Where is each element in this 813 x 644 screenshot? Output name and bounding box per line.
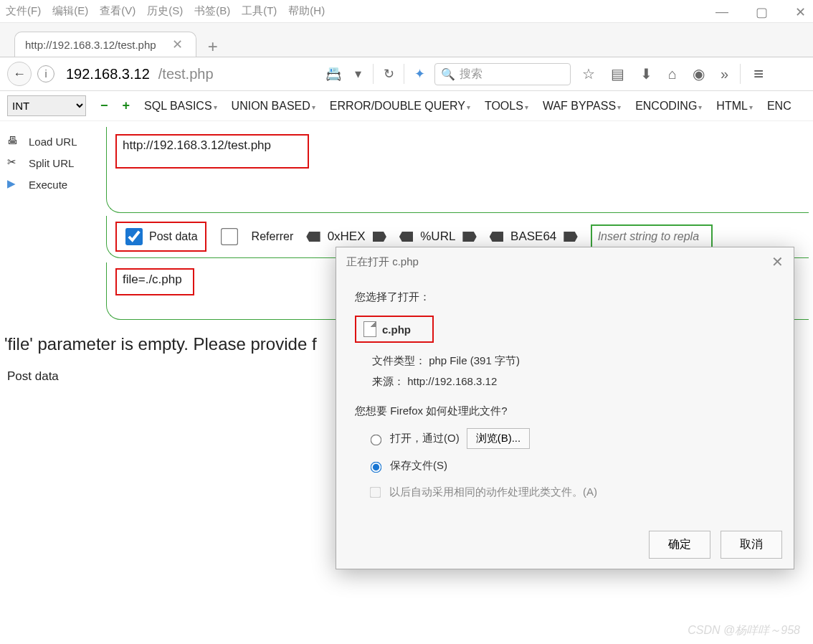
- dropdown-icon[interactable]: ▾: [348, 66, 367, 82]
- search-box[interactable]: 🔍 搜索: [434, 63, 571, 85]
- int-select[interactable]: INT: [7, 95, 86, 116]
- search-icon: 🔍: [441, 67, 455, 81]
- post-data-highlight: Post data: [115, 222, 206, 252]
- how-handle-label: 您想要 Firefox 如何处理此文件?: [355, 404, 775, 418]
- filename-text: c.php: [382, 323, 411, 336]
- url-field-highlight[interactable]: http://192.168.3.12/test.php: [115, 134, 309, 169]
- menu-help[interactable]: 帮助(H): [288, 4, 325, 18]
- hamburger-menu[interactable]: ≡: [746, 64, 771, 84]
- separator: [373, 64, 374, 84]
- download-dialog: 正在打开 c.php ✕ 您选择了打开： c.php 文件类型： php Fil…: [336, 247, 794, 569]
- tab-bar: http://192.168.3.12/test.php ✕ +: [0, 23, 813, 57]
- source-label: 来源： http://192.168.3.12: [372, 375, 775, 389]
- close-tab-icon[interactable]: ✕: [169, 37, 186, 52]
- execute-button[interactable]: ▶Execute: [7, 177, 77, 191]
- plus-button[interactable]: +: [123, 98, 130, 113]
- url-host: 192.168.3.12: [66, 66, 150, 82]
- nav-bar: ← i 192.168.3.12/test.php 📇 ▾ ↻ ✦ 🔍 搜索 ☆…: [0, 57, 813, 91]
- minus-button[interactable]: −: [100, 98, 108, 113]
- url-encoder[interactable]: %URL: [399, 229, 477, 244]
- home-icon[interactable]: ⌂: [668, 66, 677, 82]
- filetype-label: 文件类型： php File (391 字节): [372, 354, 775, 368]
- tools-menu[interactable]: TOOLS: [485, 100, 528, 113]
- sql-basics-menu[interactable]: SQL BASICS: [144, 100, 217, 113]
- scissors-icon: ✂: [7, 156, 22, 170]
- url-path: /test.php: [158, 66, 214, 82]
- site-info-icon[interactable]: i: [37, 65, 54, 82]
- menu-tools[interactable]: 工具(T): [242, 4, 277, 18]
- auto-action-checkbox: [370, 487, 381, 498]
- sidebar-icon[interactable]: ▤: [611, 65, 624, 82]
- back-button[interactable]: ←: [7, 62, 32, 86]
- tab-title: http://192.168.3.12/test.php: [25, 39, 156, 51]
- globe-icon[interactable]: ◉: [693, 65, 705, 82]
- overflow-icon[interactable]: »: [721, 66, 728, 82]
- base64-encoder[interactable]: BASE64: [490, 229, 578, 244]
- enc-menu[interactable]: ENC: [767, 100, 791, 113]
- post-data-section-label: Post data: [7, 369, 59, 384]
- menu-edit[interactable]: 编辑(E): [52, 4, 88, 18]
- post-data-checkbox[interactable]: [125, 228, 143, 245]
- bookmark-star-icon[interactable]: ☆: [582, 65, 595, 82]
- dialog-close-icon[interactable]: ✕: [771, 253, 784, 270]
- open-with-radio[interactable]: [371, 434, 382, 445]
- save-file-radio[interactable]: [371, 461, 382, 473]
- window-controls: — ▢ ✕: [715, 4, 806, 20]
- split-url-button[interactable]: ✂Split URL: [7, 156, 77, 170]
- auto-action-label: 以后自动采用相同的动作处理此类文件。(A): [389, 486, 597, 499]
- html-menu[interactable]: HTML: [716, 100, 753, 113]
- play-icon: ▶: [7, 177, 22, 191]
- printer-icon: 🖶: [7, 134, 22, 148]
- menu-view[interactable]: 查看(V): [100, 4, 136, 18]
- waf-bypass-menu[interactable]: WAF BYPASS: [543, 100, 621, 113]
- menu-bookmarks[interactable]: 书签(B): [194, 4, 230, 18]
- active-tab[interactable]: http://192.168.3.12/test.php ✕: [14, 32, 196, 57]
- save-file-label: 保存文件(S): [390, 459, 447, 473]
- close-window-button[interactable]: ✕: [795, 4, 806, 20]
- error-query-menu[interactable]: ERROR/DOUBLE QUERY: [330, 100, 470, 113]
- reload-icon[interactable]: ↻: [379, 66, 398, 82]
- watermark: CSDN @杨咩咩～958: [688, 623, 800, 638]
- post-data-label: Post data: [149, 230, 198, 243]
- hackbar-menu: INT − + SQL BASICS UNION BASED ERROR/DOU…: [0, 91, 813, 121]
- hackbar-action-buttons: 🖶Load URL ✂Split URL ▶Execute: [7, 134, 77, 191]
- referrer-label: Referrer: [252, 230, 294, 243]
- file-icon: [363, 321, 376, 337]
- union-based-menu[interactable]: UNION BASED: [232, 100, 315, 113]
- dialog-chosen-label: 您选择了打开：: [355, 290, 775, 304]
- separator: [740, 64, 741, 84]
- replace-input[interactable]: [591, 224, 713, 249]
- dialog-title: 正在打开 c.php: [346, 255, 419, 269]
- filename-highlight: c.php: [355, 316, 434, 343]
- url-panel: http://192.168.3.12/test.php: [106, 127, 809, 213]
- search-placeholder: 搜索: [460, 67, 482, 82]
- maximize-button[interactable]: ▢: [756, 4, 768, 20]
- puzzle-icon[interactable]: ✦: [410, 66, 429, 82]
- downloads-icon[interactable]: ⬇: [640, 65, 652, 82]
- minimize-button[interactable]: —: [715, 4, 728, 20]
- hex-encoder[interactable]: 0xHEX: [306, 229, 386, 244]
- referrer-checkbox[interactable]: [221, 228, 238, 245]
- new-tab-button[interactable]: +: [196, 37, 229, 57]
- ok-button[interactable]: 确定: [649, 531, 710, 559]
- menu-bar: 文件(F) 编辑(E) 查看(V) 历史(S) 书签(B) 工具(T) 帮助(H…: [0, 0, 813, 23]
- toolbar-icons: ☆ ▤ ⬇ ⌂ ◉ »: [576, 65, 734, 82]
- encoding-menu[interactable]: ENCODING: [635, 100, 702, 113]
- separator: [404, 64, 404, 84]
- reader-icon[interactable]: 📇: [324, 66, 343, 82]
- menu-history[interactable]: 历史(S): [147, 4, 183, 18]
- load-url-button[interactable]: 🖶Load URL: [7, 134, 77, 148]
- cancel-button[interactable]: 取消: [721, 531, 782, 559]
- browse-button[interactable]: 浏览(B)...: [467, 428, 531, 449]
- post-data-field-highlight[interactable]: file=./c.php: [115, 268, 194, 295]
- menu-file[interactable]: 文件(F): [6, 4, 41, 18]
- url-bar[interactable]: 192.168.3.12/test.php: [60, 65, 318, 84]
- open-with-label: 打开，通过(O): [390, 432, 460, 445]
